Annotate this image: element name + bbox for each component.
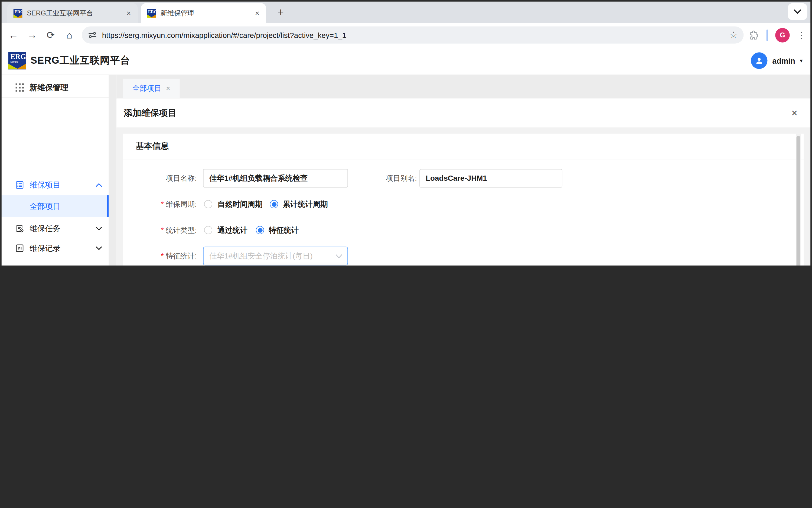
feature-stat-select[interactable]: 佳华1#机组安全停泊统计(每日) [203, 247, 348, 265]
sidebar-module-header[interactable]: 新维保管理 [0, 78, 109, 97]
app-header: ERG Sample SERG工业互联网平台 admin ▾ [0, 47, 812, 75]
radio-natural-cycle[interactable] [204, 200, 212, 208]
feature-stat-label: 特征统计: [123, 247, 197, 265]
radio-pass-stat[interactable] [204, 226, 212, 235]
cycle-label: 维保周期: [123, 195, 197, 213]
chevron-up-icon [96, 183, 102, 187]
back-icon[interactable]: ← [4, 29, 23, 41]
url-text[interactable]: https://serg.mixyun.com/mixapplication/#… [102, 31, 725, 39]
sidebar-module-title: 新维保管理 [30, 83, 68, 92]
user-caret-down-icon: ▾ [800, 57, 803, 64]
sidebar-item-maintenance-tasks[interactable]: 维保任务 [0, 220, 109, 237]
address-bar[interactable]: https://serg.mixyun.com/mixapplication/#… [82, 27, 744, 44]
tab-close-icon[interactable]: × [253, 9, 261, 17]
browser-window: ERG SERG工业互联网平台 × ERG 新维保管理 × + ← → ⟳ ⌂ … [0, 0, 812, 265]
browser-profile-avatar[interactable]: G [775, 28, 790, 42]
reload-icon[interactable]: ⟳ [41, 29, 60, 41]
sidebar-item-maintenance-records[interactable]: 维保记录 [0, 240, 109, 257]
sidebar-active-indicator [107, 195, 109, 217]
section-divider [123, 160, 804, 160]
record-icon [15, 244, 24, 253]
bookmark-star-icon[interactable]: ☆ [729, 30, 737, 40]
tab-search-button[interactable] [787, 3, 807, 20]
sidebar-item-maintenance-projects[interactable]: 维保项目 [0, 177, 109, 193]
browser-tab-maintenance[interactable]: ERG 新维保管理 × [141, 3, 266, 23]
erg-logo: ERG Sample [8, 52, 26, 69]
browser-toolbar: ← → ⟳ ⌂ https://serg.mixyun.com/mixappli… [0, 23, 812, 47]
site-settings-icon[interactable] [88, 31, 97, 40]
extensions-icon[interactable] [749, 30, 759, 40]
page-tab-close-icon[interactable]: × [166, 85, 170, 92]
username: admin [772, 56, 795, 65]
card-scrollbar[interactable] [796, 134, 801, 265]
tab-title: 新维保管理 [160, 9, 249, 18]
scrollbar-thumb[interactable] [797, 136, 800, 265]
new-tab-button[interactable]: + [274, 5, 288, 20]
form-card: 基本信息 项目名称: 佳华1#机组负载耦合系统检查 项目别名: LoadsCar… [123, 134, 804, 265]
sidebar-item-all-projects[interactable]: 全部项目 [0, 195, 109, 217]
browser-tab-serg-platform[interactable]: ERG SERG工业互联网平台 × [7, 3, 138, 23]
chevron-down-icon [96, 246, 102, 250]
toolbar-right: G ⋮ [749, 28, 806, 42]
toolbar-separator [766, 29, 768, 41]
modal-close-icon[interactable]: × [792, 107, 797, 119]
user-avatar-icon [751, 52, 768, 69]
radio-label[interactable]: 自然时间周期 [218, 195, 262, 213]
user-menu[interactable]: admin ▾ [751, 52, 803, 69]
modal-body: 基本信息 项目名称: 佳华1#机组负载耦合系统检查 项目别名: LoadsCar… [116, 128, 812, 265]
select-chevron-down-icon [335, 254, 342, 258]
app-title: SERG工业互联网平台 [31, 54, 130, 68]
modal-header: 添加维保项目 × [116, 98, 812, 128]
browser-tab-strip: ERG SERG工业互联网平台 × ERG 新维保管理 × + [0, 0, 812, 23]
home-icon[interactable]: ⌂ [60, 29, 79, 41]
radio-label[interactable]: 通过统计 [218, 221, 247, 240]
tab-title: SERG工业互联网平台 [27, 9, 120, 18]
apps-grid-icon [15, 83, 24, 92]
sidebar-gutter [109, 75, 117, 265]
project-list-icon [15, 181, 24, 189]
radio-label[interactable]: 累计统计周期 [283, 195, 328, 213]
page-tab-all-projects[interactable]: 全部项目 × [123, 79, 180, 98]
stat-type-label: 统计类型: [123, 221, 197, 240]
modal-title: 添加维保项目 [124, 107, 177, 119]
task-check-icon [15, 224, 24, 233]
project-name-input[interactable]: 佳华1#机组负载耦合系统检查 [203, 169, 348, 188]
radio-label[interactable]: 特征统计 [269, 221, 299, 240]
tab-close-icon[interactable]: × [125, 9, 132, 17]
project-name-label: 项目名称: [123, 169, 197, 188]
browser-menu-icon[interactable]: ⋮ [797, 30, 806, 40]
chevron-down-icon [794, 9, 801, 14]
forward-icon[interactable]: → [23, 29, 41, 41]
sidebar-divider [0, 97, 109, 98]
radio-accumulated-cycle[interactable] [270, 200, 278, 208]
erg-favicon: ERG [13, 9, 22, 18]
page-tab-bar: 全部项目 × [116, 75, 812, 98]
chevron-down-icon [96, 226, 102, 230]
project-alias-input[interactable]: LoadsCare-JHM1 [419, 169, 562, 188]
radio-feature-stat[interactable] [256, 226, 264, 235]
sidebar: 新维保管理 维保项目 全部项目 维保任务 [0, 75, 109, 265]
section-title: 基本信息 [136, 141, 169, 152]
project-alias-label: 项目别名: [345, 169, 417, 188]
erg-favicon: ERG [147, 9, 156, 18]
